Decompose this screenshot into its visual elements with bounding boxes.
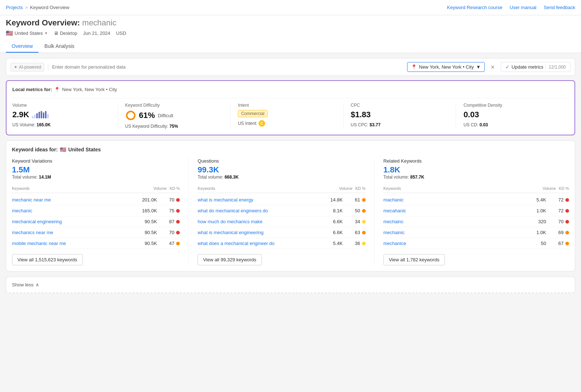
kd-value: 69 [558,230,564,235]
questions-column: Questions 99.3K Total volume: 668.3K Key… [198,158,374,265]
svg-point-1 [127,111,135,119]
difficulty-ring [125,110,136,121]
check-icon: ✓ [505,64,509,70]
kd-indicator [362,220,366,224]
kd-indicator [362,209,366,213]
view-all-questions-button[interactable]: View all 99,329 keywords [198,254,261,265]
kd-cell: 67 [549,241,569,246]
keyword-link[interactable]: mechanic near me [12,197,134,203]
keyword-link[interactable]: what do mechanical engineers do [198,208,320,213]
kd-indicator [176,231,180,234]
volume-value: 1.0K [526,230,546,235]
kd-indicator [565,209,569,213]
ideas-grid: Keyword Variations 1.5M Total volume: 14… [12,158,569,265]
keyword-link[interactable]: mechainc [383,219,523,224]
metric-competitive-density: Competitive Density 0.03 US CD: 0.03 [463,103,569,129]
volume-value: 90.5K [137,219,157,224]
variations-table-body: mechanic near me 201.0K 70 mechanic 165.… [12,195,180,249]
send-feedback-link[interactable]: Send feedback [544,5,575,10]
kd-value: 72 [558,208,564,213]
keyword-research-course-link[interactable]: Keyword Research course [447,5,502,10]
show-less-row[interactable]: Show less ∧ [6,277,575,293]
volume-value: 6.6K [323,219,343,224]
table-row: what is mechanical engineering 6.6K 63 [198,227,365,238]
volume-value: 8.1K [323,208,343,213]
related-column: Related Keywords 1.8K Total volume: 857.… [383,158,569,265]
update-metrics-button[interactable]: ✓ Update metrics 12/1,000 [501,62,570,72]
volume-value: 1.0K [526,208,546,213]
table-row: how much do mechanics make 6.6K 34 [198,216,365,227]
metric-keyword-difficulty: Keyword Difficulty 61% Difficult US Keyw… [125,103,231,129]
keyword-link[interactable]: mechainic [383,230,523,235]
kd-cell: 70 [549,219,569,224]
keyword-link[interactable]: mechanics near me [12,230,134,235]
keyword-link[interactable]: mechanice [383,241,523,246]
metric-intent: Intent Commercial US Intent: C [238,103,344,129]
keyword-link[interactable]: mobile mechanic near me [12,241,134,246]
view-all-related-button[interactable]: View all 1,782 keywords [383,254,445,265]
location-close-button[interactable]: ✕ [488,64,497,71]
kd-indicator [362,231,366,234]
keyword-link[interactable]: machanic [383,197,523,203]
keyword-link[interactable]: mechanic [12,208,134,213]
keyword-link[interactable]: how much do mechanics make [198,219,320,224]
kd-value: 70 [169,230,174,235]
local-metrics-card: Local metrics for: 📍 New York, New York … [6,80,575,135]
location-selector[interactable]: 📍 New York, New York • City ▼ [407,62,485,72]
kd-cell: 70 [160,230,180,235]
volume-value: 50 [526,241,546,246]
questions-table-body: what is mechanical energy 14.8K 61 what … [198,195,365,249]
device-selector[interactable]: 🖥 Desktop [54,30,77,36]
kd-indicator [176,242,180,245]
kd-value: 75 [169,208,174,213]
kd-value: 47 [169,241,174,246]
tab-bulk-analysis[interactable]: Bulk Analysis [38,40,80,53]
volume-value: 6.6K [323,230,343,235]
keyword-link[interactable]: mecahanic [383,208,523,213]
table-row: what is mechanical energy 14.8K 61 [198,195,365,205]
metric-cpc: CPC $1.83 US CPC: $3.77 [351,103,456,129]
top-bar: Projects > Keyword Overview Keyword Rese… [0,0,581,15]
chevron-up-icon: ∧ [36,282,39,287]
user-manual-link[interactable]: User manual [510,5,537,10]
variations-column: Keyword Variations 1.5M Total volume: 14… [12,158,189,265]
keyword-link[interactable]: what is mechanical energy [198,197,320,203]
desktop-icon: 🖥 [54,30,58,36]
sparkle-icon: ✦ [14,65,17,70]
kd-value: 72 [558,197,564,203]
toolbar-separator [48,64,48,71]
volume-value: 5.4K [323,241,343,246]
tab-overview[interactable]: Overview [6,40,38,53]
volume-chart [32,111,49,118]
kd-value: 50 [355,208,360,213]
kd-indicator [362,242,366,245]
domain-input[interactable] [52,63,403,71]
keyword-link[interactable]: mechanical engineering [12,219,134,224]
us-intent-badge: C [259,120,265,127]
related-table-body: machanic 5.4K 72 mecahanic 1.0K 72 mecha… [383,195,569,249]
breadcrumb-projects[interactable]: Projects [6,5,23,10]
kd-indicator [176,209,180,213]
show-less-label: Show less [12,282,33,287]
intent-badge: Commercial [238,110,268,117]
country-selector[interactable]: 🇺🇸 United States ▼ [6,30,48,37]
kd-indicator [176,220,180,224]
view-all-variations-button[interactable]: View all 1,515,623 keywords [12,254,83,265]
keyword-link[interactable]: what does a mechanical engineer do [198,241,320,246]
volume-value: 320 [526,219,546,224]
kd-indicator [565,220,569,224]
country-label: United States [15,30,43,36]
kd-cell: 61 [346,197,366,203]
volume-value: 90.5K [137,230,157,235]
currency-label: USD [116,30,126,36]
us-flag: 🇺🇸 [6,30,13,37]
location-label: New York, New York • City [419,64,474,70]
table-row: mechainc 320 70 [383,216,569,227]
kd-value: 67 [558,241,564,246]
kd-cell: 72 [549,197,569,203]
kd-indicator [565,231,569,234]
location-dropdown-icon: ▼ [476,64,481,70]
keyword-link[interactable]: what is mechanical engineering [198,230,320,235]
keyword-name: mechanic [82,18,116,27]
kd-cell: 72 [549,208,569,213]
